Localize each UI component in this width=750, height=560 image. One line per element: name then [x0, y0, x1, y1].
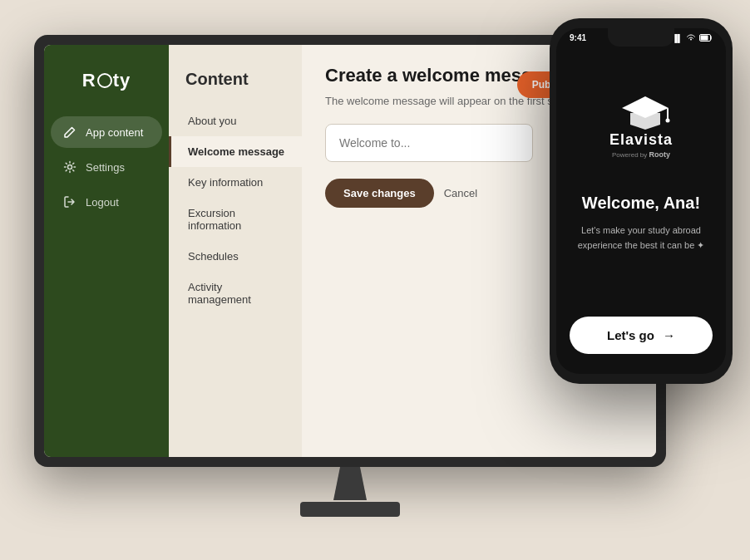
sidebar-item-app-content[interactable]: App content: [51, 116, 162, 148]
phone-content: Elavista Powered by Rooty Welcome, Ana! …: [561, 47, 722, 300]
lets-go-label: Let's go: [607, 328, 654, 342]
monitor-stand: [300, 467, 400, 517]
lets-go-button[interactable]: Let's go →: [570, 317, 713, 354]
nav-item-excursion-information[interactable]: Excursion information: [169, 198, 302, 241]
monitor-base: [300, 502, 400, 517]
phone-welcome-heading: Welcome, Ana!: [582, 192, 700, 214]
content-nav: Content About you Welcome message Key in…: [169, 45, 302, 457]
monitor-neck: [333, 467, 367, 500]
status-icons: ▐▌: [672, 34, 713, 42]
battery-icon: [699, 34, 713, 42]
logout-icon: [62, 194, 77, 209]
app-logo-icon: [620, 95, 662, 126]
sidebar-item-label: Settings: [86, 161, 125, 174]
app-logo: Rty: [82, 70, 131, 91]
scene: Rty App content: [17, 18, 733, 542]
content-nav-title: Content: [169, 61, 302, 106]
nav-item-about-you[interactable]: About you: [169, 106, 302, 136]
edit-icon: [62, 125, 77, 140]
sidebar-item-label: Logout: [86, 196, 119, 209]
phone-welcome-subtext: Let's make your study abroadexperience t…: [578, 224, 705, 253]
welcome-input[interactable]: [325, 124, 533, 162]
svg-rect-5: [667, 108, 669, 120]
app-logo-name: Elavista: [609, 131, 673, 149]
phone: 9:41 ▐▌: [550, 18, 733, 384]
sidebar-item-label: App content: [86, 126, 143, 139]
phone-screen: 9:41 ▐▌: [556, 28, 726, 374]
logo-area: Rty: [44, 61, 169, 116]
nav-item-schedules[interactable]: Schedules: [169, 241, 302, 272]
phone-bottom: Let's go →: [556, 300, 726, 374]
svg-rect-2: [701, 36, 708, 41]
phone-notch: [608, 28, 674, 47]
gear-icon: [62, 160, 77, 174]
sidebar-item-logout[interactable]: Logout: [51, 186, 162, 218]
sidebar-item-settings[interactable]: Settings: [51, 151, 162, 183]
nav-item-welcome-message[interactable]: Welcome message: [169, 136, 302, 167]
arrow-icon: →: [663, 328, 675, 342]
app-logo-area: Elavista Powered by Rooty: [609, 95, 673, 159]
sidebar-nav: App content Settings: [44, 116, 169, 440]
save-button[interactable]: Save changes: [325, 179, 434, 208]
svg-point-6: [665, 118, 669, 122]
nav-item-activity-management[interactable]: Activity management: [169, 272, 302, 315]
wifi-icon: [686, 34, 696, 42]
svg-marker-4: [630, 113, 660, 130]
cancel-button[interactable]: Cancel: [444, 187, 477, 199]
svg-point-0: [68, 165, 72, 169]
status-time: 9:41: [570, 33, 586, 42]
nav-item-key-information[interactable]: Key information: [169, 167, 302, 198]
powered-by-label: Powered by Rooty: [609, 150, 673, 159]
sidebar: Rty App content: [44, 45, 169, 457]
